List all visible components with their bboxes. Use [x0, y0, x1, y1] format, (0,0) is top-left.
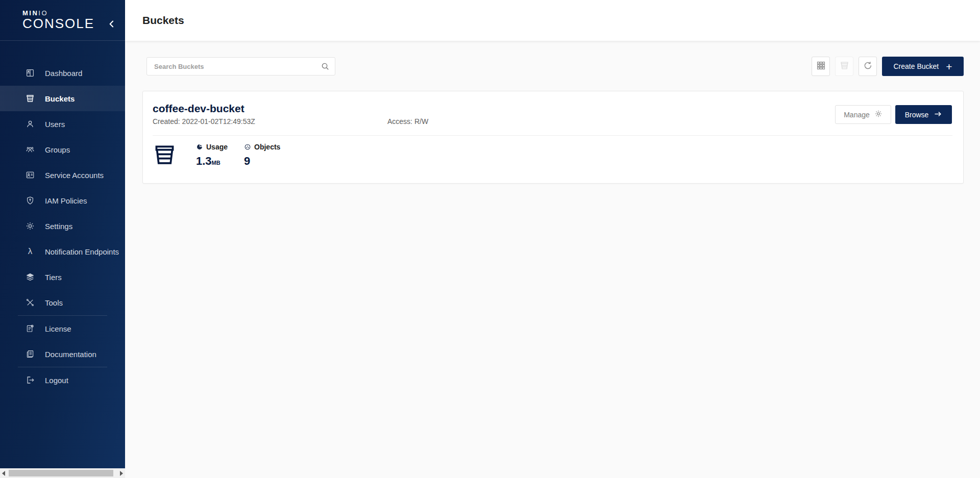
sidebar-item-users[interactable]: Users — [0, 111, 125, 137]
grid-view-button[interactable] — [812, 57, 830, 76]
sidebar-item-label: Groups — [45, 145, 70, 154]
bucket-actions: Manage Browse — [835, 105, 952, 124]
tools-icon — [26, 298, 35, 307]
chevron-left-icon — [107, 23, 117, 31]
sidebar-item-tiers[interactable]: Tiers — [0, 264, 125, 290]
sidebar-item-dashboard[interactable]: Dashboard — [0, 60, 125, 86]
created-value: 2022-01-02T12:49:53Z — [182, 117, 255, 125]
refresh-icon — [863, 61, 873, 72]
layers-icon — [26, 272, 35, 282]
bucket-access: Access: R/W — [387, 117, 428, 125]
objects-icon — [244, 143, 251, 150]
sidebar-item-label: Service Accounts — [45, 171, 104, 180]
license-icon — [26, 324, 35, 333]
content-area: Create Bucket + coffee-dev-bucket Create… — [125, 41, 980, 478]
sidebar-item-buckets[interactable]: Buckets — [0, 86, 125, 111]
sidebar: MINIO CONSOLE Dashboard Buckets Use — [0, 0, 125, 468]
logo-block: MINIO CONSOLE — [0, 0, 125, 41]
sidebar-item-label: IAM Policies — [45, 196, 87, 205]
sidebar-item-label: Buckets — [45, 94, 75, 103]
sidebar-item-label: Dashboard — [45, 69, 82, 78]
sidebar-item-service-accounts[interactable]: Service Accounts — [0, 162, 125, 188]
scrollbar-thumb[interactable] — [9, 470, 113, 476]
usage-label: Usage — [206, 143, 228, 151]
access-label: Access: — [387, 117, 412, 125]
sidebar-item-settings[interactable]: Settings — [0, 213, 125, 239]
bucket-icon — [26, 94, 35, 103]
plus-icon: + — [946, 61, 952, 72]
list-view-button — [835, 57, 853, 76]
bucket-list-icon — [840, 61, 849, 72]
arrow-right-icon — [934, 110, 942, 120]
create-bucket-button[interactable]: Create Bucket + — [882, 57, 964, 76]
logout-icon — [26, 375, 35, 385]
brand-io: IO — [38, 9, 48, 17]
lambda-icon: λ — [26, 247, 35, 256]
usage-metric: Usage 1.3MB — [196, 143, 228, 168]
sidebar-item-label: Settings — [45, 222, 72, 231]
refresh-button[interactable] — [859, 57, 877, 76]
shield-icon — [26, 196, 35, 205]
sidebar-item-documentation[interactable]: Documentation — [0, 341, 125, 367]
sidebar-item-label: Logout — [45, 376, 68, 385]
bucket-card: coffee-dev-bucket Created: 2022-01-02T12… — [142, 91, 964, 184]
usage-unit: MB — [212, 160, 220, 166]
main-area: Buckets — [125, 0, 980, 478]
create-bucket-label: Create Bucket — [894, 62, 939, 70]
page-header: Buckets — [125, 0, 980, 41]
access-value: R/W — [414, 117, 428, 125]
sidebar-collapse-button[interactable] — [105, 17, 119, 32]
search-wrap — [146, 57, 335, 76]
id-card-icon — [26, 170, 35, 180]
search-input[interactable] — [146, 57, 335, 76]
horizontal-scrollbar[interactable] — [0, 468, 125, 478]
card-divider — [153, 135, 952, 136]
dashboard-icon — [26, 68, 35, 78]
bucket-created: Created: 2022-01-02T12:49:53Z — [153, 117, 255, 125]
sidebar-item-tools[interactable]: Tools — [0, 290, 125, 315]
sidebar-item-label: License — [45, 324, 71, 333]
usage-number: 1.3 — [196, 155, 212, 167]
gear-icon — [26, 221, 35, 231]
scroll-right-arrow-icon[interactable] — [120, 471, 123, 476]
pie-chart-icon — [196, 143, 203, 150]
page-title: Buckets — [142, 14, 184, 27]
usage-value: 1.3MB — [196, 155, 228, 168]
sidebar-item-label: Documentation — [45, 350, 96, 359]
objects-value: 9 — [244, 155, 280, 168]
manage-label: Manage — [844, 111, 870, 119]
bucket-icon — [153, 143, 177, 167]
created-label: Created: — [153, 117, 180, 125]
objects-metric: Objects 9 — [244, 143, 280, 168]
sidebar-item-groups[interactable]: Groups — [0, 137, 125, 162]
sidebar-item-label: Users — [45, 120, 65, 129]
manage-button[interactable]: Manage — [835, 105, 891, 124]
grid-view-icon — [816, 61, 826, 72]
sidebar-item-notification-endpoints[interactable]: λ Notification Endpoints — [0, 239, 125, 264]
search-icon — [321, 62, 330, 71]
browse-button[interactable]: Browse — [895, 105, 952, 124]
sidebar-item-label: Notification Endpoints — [45, 247, 119, 256]
bucket-metrics: Usage 1.3MB Objects 9 — [153, 143, 963, 168]
sidebar-item-label: Tools — [45, 298, 63, 307]
sidebar-item-license[interactable]: License — [0, 316, 125, 341]
user-icon — [26, 119, 35, 129]
sidebar-nav: Dashboard Buckets Users Groups Service A — [0, 41, 125, 393]
sidebar-item-logout[interactable]: Logout — [0, 367, 125, 393]
objects-label: Objects — [254, 143, 280, 151]
users-group-icon — [26, 145, 35, 154]
book-icon — [26, 349, 35, 359]
sidebar-item-label: Tiers — [45, 273, 62, 282]
browse-label: Browse — [905, 111, 929, 119]
gear-icon — [874, 110, 883, 119]
buckets-toolbar: Create Bucket + — [142, 57, 964, 76]
scroll-left-arrow-icon[interactable] — [2, 471, 5, 476]
sidebar-item-iam-policies[interactable]: IAM Policies — [0, 188, 125, 213]
